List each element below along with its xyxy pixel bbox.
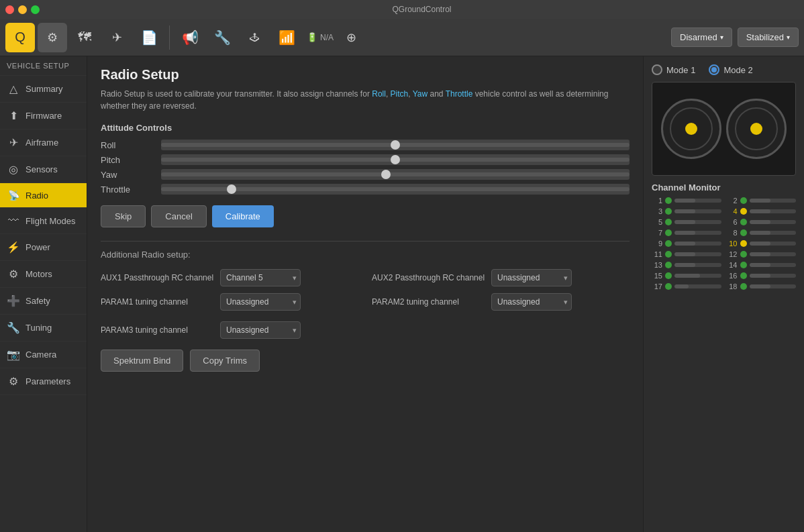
signal-icon: 📶 (279, 30, 295, 46)
channel-row-5: 5 (652, 218, 721, 226)
speaker-button[interactable]: 📢 (175, 23, 205, 52)
spektrum-bind-button[interactable]: Spektrum Bind (101, 350, 183, 372)
sidebar-item-airframe[interactable]: ✈ Airframe (0, 129, 87, 156)
pitch-slider[interactable] (161, 154, 630, 165)
desc-yaw: Yaw (413, 89, 428, 99)
roll-thumb (391, 140, 400, 150)
channel-dot-7 (665, 229, 672, 236)
aux2-select[interactable]: Unassigned Channel 1 Channel 2 Channel 3… (491, 269, 572, 286)
roll-slider[interactable] (161, 140, 630, 150)
radio-icon: 📡 (7, 190, 20, 201)
motors-icon: ⚙ (7, 268, 20, 280)
channel-row-4: 4 (727, 207, 797, 215)
calibrate-button[interactable]: Calibrate (212, 205, 274, 227)
stabilized-button[interactable]: Stabilized ▾ (738, 28, 799, 47)
logo-button[interactable]: Q (5, 23, 35, 52)
stabilized-label: Stabilized (746, 32, 784, 42)
cancel-button[interactable]: Cancel (151, 205, 206, 227)
param2-select-wrap[interactable]: Unassigned Channel 1 Channel 2 Channel 3… (491, 293, 572, 311)
attitude-section-title: Attitude Controls (101, 123, 630, 133)
signal-button[interactable]: 📶 (272, 23, 301, 52)
attitude-controls: Roll Pitch Yaw (101, 140, 630, 195)
channel-num-17: 17 (652, 282, 662, 290)
sidebar-item-tuning[interactable]: 🔧 Tuning (0, 315, 87, 341)
sidebar-label-summary: Summary (26, 84, 63, 94)
maximize-button[interactable] (31, 5, 40, 14)
mode1-option[interactable]: Mode 1 (652, 64, 695, 75)
send-button[interactable]: ✈ (102, 23, 132, 52)
mode2-radio[interactable] (709, 64, 719, 75)
settings-button[interactable]: ⚙ (38, 23, 67, 52)
param3-select[interactable]: Unassigned Channel 1 Channel 2 Channel 3… (220, 321, 301, 339)
channel-bar-11 (674, 252, 721, 256)
throttle-slider[interactable] (161, 184, 630, 195)
sidebar-item-camera[interactable]: 📷 Camera (0, 341, 87, 368)
aux2-row: AUX2 Passthrough RC channel Unassigned C… (372, 269, 630, 286)
channel-dot-1 (665, 197, 672, 204)
channel-bar-8 (750, 231, 797, 235)
channel-num-13: 13 (652, 261, 662, 269)
param3-select-wrap[interactable]: Unassigned Channel 1 Channel 2 Channel 3… (220, 321, 301, 339)
disarm-arrow-icon: ▾ (720, 34, 723, 41)
param1-select-wrap[interactable]: Unassigned Channel 1 Channel 2 Channel 3… (220, 293, 301, 311)
sidebar-item-safety[interactable]: ➕ Safety (0, 288, 87, 315)
sidebar-item-summary[interactable]: △ Summary (0, 76, 87, 103)
channel-bar-6 (750, 220, 797, 224)
attitude-row-roll: Roll (101, 140, 630, 150)
tuning-icon: 🔧 (7, 321, 20, 334)
channel-num-11: 11 (652, 250, 662, 258)
gps-button[interactable]: ⊕ (336, 23, 366, 52)
aux2-select-wrap[interactable]: Unassigned Channel 1 Channel 2 Channel 3… (491, 269, 572, 286)
channel-bar-3 (674, 209, 721, 213)
channel-num-3: 3 (652, 207, 662, 215)
aux2-label: AUX2 Passthrough RC channel (372, 273, 486, 282)
sidebar-label-tuning: Tuning (26, 323, 52, 333)
sidebar-label-safety: Safety (26, 296, 50, 306)
channel-fill-8 (750, 231, 770, 235)
channel-bar-10 (750, 242, 797, 246)
yaw-slider[interactable] (161, 169, 630, 180)
channel-dot-2 (740, 197, 747, 204)
skip-button[interactable]: Skip (101, 205, 146, 227)
channel-row-10: 10 (727, 240, 797, 248)
aux1-select-wrap[interactable]: Channel 5 Unassigned Channel 1 Channel 2… (220, 269, 301, 286)
channel-num-18: 18 (727, 282, 738, 290)
joystick-diagram (652, 82, 796, 176)
aux1-row: AUX1 Passthrough RC channel Channel 5 Un… (101, 269, 358, 286)
channel-fill-10 (750, 242, 770, 246)
map-button[interactable]: 🗺 (70, 23, 99, 52)
channel-fill-11 (674, 252, 695, 256)
sidebar-item-power[interactable]: ⚡ Power (0, 234, 87, 261)
aux1-select[interactable]: Channel 5 Unassigned Channel 1 Channel 2… (220, 269, 301, 286)
channel-num-15: 15 (652, 272, 662, 280)
sidebar-item-motors[interactable]: ⚙ Motors (0, 261, 87, 288)
window-controls (5, 5, 40, 14)
close-button[interactable] (5, 5, 14, 14)
send-icon: ✈ (112, 30, 122, 45)
param2-select[interactable]: Unassigned Channel 1 Channel 2 Channel 3… (491, 293, 572, 311)
channel-row-1: 1 (652, 197, 721, 205)
sidebar-item-sensors[interactable]: ◎ Sensors (0, 156, 87, 183)
mode1-radio[interactable] (652, 64, 662, 75)
sidebar-item-firmware[interactable]: ⬆ Firmware (0, 103, 87, 129)
channel-num-14: 14 (727, 261, 738, 269)
channel-num-8: 8 (727, 229, 738, 237)
joystick-left (661, 99, 721, 159)
param1-select[interactable]: Unassigned Channel 1 Channel 2 Channel 3… (220, 293, 301, 311)
sidebar-item-flight-modes[interactable]: 〰 Flight Modes (0, 208, 87, 234)
copy-trims-button[interactable]: Copy Trims (190, 350, 260, 372)
summary-icon: △ (7, 83, 20, 95)
disarm-button[interactable]: Disarmed ▾ (671, 28, 732, 47)
channel-num-7: 7 (652, 229, 662, 237)
mode2-option[interactable]: Mode 2 (709, 64, 752, 75)
rc-button[interactable]: 🕹 (240, 23, 269, 52)
param1-label: PARAM1 tuning channel (101, 297, 215, 307)
file-button[interactable]: 📄 (134, 23, 164, 52)
sidebar-item-parameters[interactable]: ⚙ Parameters (0, 368, 87, 395)
wrench-button[interactable]: 🔧 (207, 23, 237, 52)
minimize-button[interactable] (18, 5, 27, 14)
channel-dot-3 (665, 208, 672, 215)
channel-fill-1 (674, 199, 695, 203)
sidebar-item-radio[interactable]: 📡 Radio (0, 183, 87, 208)
pitch-thumb (391, 155, 400, 164)
